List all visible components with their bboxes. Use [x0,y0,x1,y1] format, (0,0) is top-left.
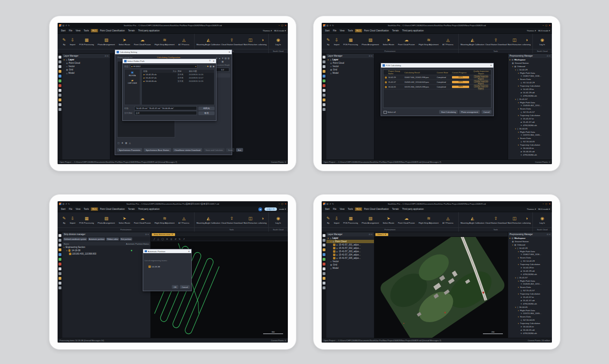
toolbar-button[interactable]: ➤Select Route [118,216,130,224]
tool-strip-icon[interactable] [59,272,61,275]
toolbar-button[interactable]: ◬A-T Process [178,216,189,224]
mode-dropdown[interactable]: MLS mode ▾ [538,30,550,32]
themes-dropdown[interactable]: Themes ▾ [263,30,272,32]
toolbar-button[interactable]: ⇪Cloud Station Download [485,216,507,224]
file-row[interactable]: ▰14-42-25.slv 文件夹 2024/8/26 10:26 [142,73,214,76]
tree-row[interactable]: ∨▯15-41-57 [508,98,552,101]
tool-strip-icon[interactable] [59,70,61,73]
dialog-tool-icon[interactable]: ▥ [227,57,229,59]
column-status[interactable]: Automatic Partition Status [126,243,149,245]
toolbar-button[interactable]: ◑colorizing [522,38,531,46]
themes-dropdown[interactable]: Themes ▾ [527,208,536,210]
strip-manager-button[interactable]: Exit partition [120,237,132,241]
toolbar-button[interactable]: ◭Mounting Angle Calibration [196,216,220,224]
team-checkbox[interactable]: ✓ [148,266,151,268]
tree-row[interactable]: ◎S1 14-42-29 [508,81,552,84]
tree-row[interactable]: ✓◍15-41-57_004_adjus... [326,253,374,256]
toolbar-button[interactable]: ◑colorizing [258,38,267,46]
tool-strip-icon[interactable] [323,282,325,285]
dialog-button[interactable]: Synchronous Base Station [144,148,171,152]
menu-item[interactable]: File [68,29,74,32]
select-all-checkbox[interactable] [383,111,387,114]
tree-row[interactable]: ≋110617.600_1116... [508,74,552,78]
tree-row[interactable]: ➤14-42-29.trr [508,88,552,91]
pos-table-row[interactable]: ✓ 14-42-29 110617.600_111615.998.pos Com… [383,75,491,80]
tree-row[interactable]: ◎S2 16-04-05 [508,318,552,322]
list-tool-icon[interactable]: ▢ [118,142,119,144]
list-tool-icon[interactable]: ◬ [129,142,130,144]
menu-item[interactable]: MLS [91,207,98,211]
tree-row[interactable]: ∨▯16-04-05 [508,127,552,130]
toolbar-button[interactable]: ⇩Import [70,216,76,224]
toolbar-button[interactable]: ◭Mounting Angle Calibration [461,216,484,224]
tree-row[interactable]: ∨Trajectory Calculation [508,143,552,147]
tool-strip-icon[interactable] [59,84,61,87]
column-size[interactable]: 大小 [169,70,177,72]
toolbar-button[interactable]: ◑colorizing [522,216,531,224]
tree-row[interactable]: ◎S2 16-04-05 [508,140,552,143]
close-icon[interactable]: ✕ [228,51,230,53]
tree-row[interactable]: ◍Point Cloud [326,61,374,65]
path-dropdown[interactable]: ▰E:\2012▾ [130,64,198,69]
tool-strip-icon[interactable] [59,79,61,82]
menu-item[interactable]: Terrain [127,207,136,211]
tool-strip-icon[interactable] [323,60,325,63]
tree-row[interactable]: ≋114105.402_1151... [508,282,552,285]
minimize-button[interactable]: – [278,203,280,206]
draw-tool-icon[interactable]: ↻ [179,238,181,240]
tool-strip-icon[interactable] [323,272,325,275]
maximize-button[interactable]: ▢ [545,24,547,27]
tool-strip-icon[interactable] [323,65,325,68]
menu-item[interactable]: View [74,29,82,32]
tree-row[interactable]: ∨▯14-42-29 [508,246,552,250]
tree-row[interactable]: ➤16-04-05.trr [508,147,552,150]
draw-tool-icon[interactable]: ◎ [170,238,172,240]
tool-strip-icon[interactable] [323,277,325,280]
tree-row[interactable]: ∨Trajectory Calculation [508,322,552,325]
tool-strip-icon[interactable] [323,70,325,73]
tool-strip-icon[interactable] [59,94,61,97]
tree-row[interactable]: ◬Model [326,71,374,75]
dialog-tool-icon[interactable]: ▲ [218,57,220,59]
tool-strip-icon[interactable] [323,108,325,111]
tool-strip-icon[interactable] [59,239,61,242]
tree-row[interactable]: ∨Trajectory Calculation [508,114,552,117]
tree-row[interactable]: ≋115721.800_1165... [508,312,552,315]
team-item[interactable]: ✓14-18-38 [148,266,190,268]
tool-strip-icon[interactable] [59,286,61,289]
tool-strip-icon[interactable] [59,56,61,59]
select-button[interactable]: 选择(S) [198,107,215,110]
instrument-apply-button[interactable] [215,73,230,78]
cancel-button[interactable]: 取消 [198,111,215,115]
dialog-button[interactable]: Cancel [481,110,491,114]
dialog-button[interactable]: Save and Calculate [204,148,225,152]
menu-item[interactable]: Terrain [127,29,136,32]
tool-strip-icon[interactable] [323,253,325,256]
menu-item[interactable]: Terrain [391,207,400,211]
nav-icon[interactable]: ✚ [207,65,209,68]
toolbar-button[interactable]: ≋Flight Strip Adjustment [155,38,175,46]
instrument-height-input[interactable]: 0.2 [216,68,229,72]
close-button[interactable]: ✕ [285,203,286,206]
menu-item[interactable]: Tools [82,29,90,32]
tree-row[interactable]: ✓◬Model [326,266,374,270]
menu-item[interactable]: Tools [346,207,354,211]
menu-item[interactable]: Point Cloud Classification [363,29,390,32]
menu-item[interactable]: Point Cloud Classification [98,207,126,211]
menu-item[interactable]: View [338,207,346,211]
tool-strip-icon[interactable] [323,263,325,266]
file-row[interactable]: ▰16-04-05.slv 文件夹 2024/8/26 10:26 [142,79,214,83]
help-icon[interactable]: ? [209,60,211,62]
toolbar-button[interactable]: ✎By [326,38,330,46]
menu-item[interactable]: Third party application [401,29,425,32]
dialog-button[interactable]: Synchronous Parameter [117,148,142,152]
panel-pin-close-icons[interactable]: ⊡ ✕ [105,55,108,57]
tool-strip-icon[interactable] [323,56,325,59]
ok-button[interactable]: OK [172,285,178,289]
panel-pin-close-icons[interactable]: ⊡ ✕ [547,233,550,236]
menu-item[interactable]: Tools [82,207,90,211]
tool-strip-icon[interactable] [59,263,61,266]
nav-icon[interactable]: ▦ [209,65,211,68]
tree-row[interactable]: ◎S2 15-41-57 [508,289,552,292]
toolbar-button[interactable]: ▦POS Processing [344,216,358,224]
